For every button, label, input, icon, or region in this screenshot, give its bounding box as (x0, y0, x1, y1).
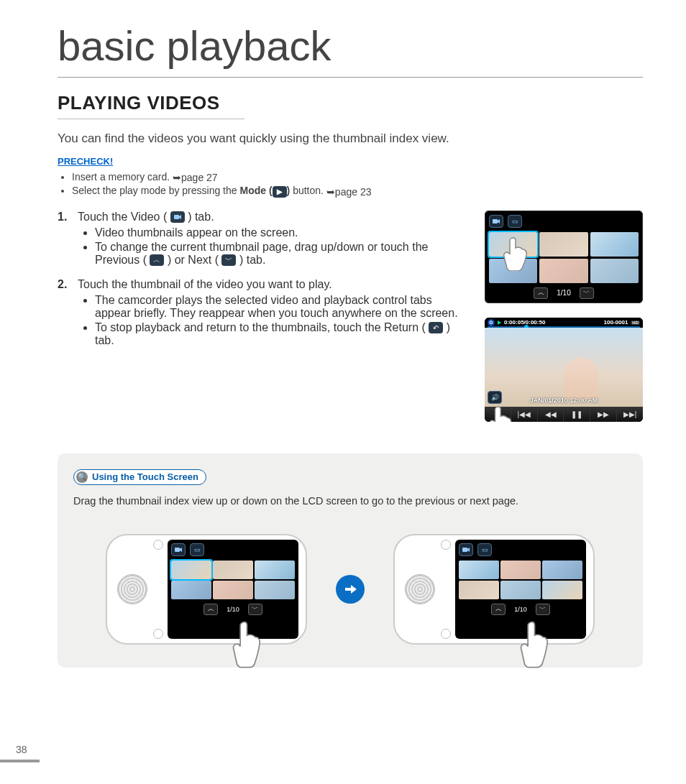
storage-icon: ⊙ (488, 319, 495, 326)
page-indicator: 1/10 (227, 606, 239, 613)
info-box: 🔍 Using the Touch Screen Drag the thumbn… (58, 453, 643, 668)
touch-hand-icon (232, 619, 267, 669)
previous-page-button[interactable]: ︿ (534, 287, 548, 299)
hardware-button (153, 629, 163, 639)
precheck-item: Select the play mode by pressing the Mod… (72, 185, 643, 197)
precheck-list: Insert a memory card. ➥page 27 Select th… (58, 171, 643, 198)
text: ) tab. (236, 254, 265, 266)
step-number: 2. (58, 278, 72, 349)
mode-label: Mode ( (239, 185, 272, 196)
device-figure-before: SAMSUNG ▭ ︿ (99, 521, 314, 658)
video-thumbnail[interactable] (500, 581, 541, 599)
step-text: Touch the thumbnail of the video you wan… (78, 278, 332, 290)
clip-number: 100-0001 (604, 319, 628, 326)
video-tab-icon[interactable] (171, 543, 186, 556)
info-text: Drag the thumbnail index view up or down… (73, 495, 627, 507)
video-thumbnail[interactable] (539, 259, 587, 283)
step-text: ) tab. (185, 211, 214, 223)
step-number: 1. (58, 211, 72, 268)
video-thumbnail[interactable] (489, 259, 537, 283)
video-thumbnail[interactable] (213, 561, 253, 579)
touch-hand-icon (520, 619, 554, 669)
photo-tab-icon[interactable]: ▭ (477, 543, 492, 556)
video-tab-icon[interactable] (459, 543, 473, 556)
video-thumbnail[interactable] (590, 232, 639, 257)
hardware-button (441, 540, 451, 550)
playback-screen-figure: ⊙ 0:00:05/0:00:50 100-0001 HD ▭ ⊞ 🔊 JAN/… (485, 318, 643, 422)
quality-icon: HD (631, 320, 640, 325)
video-thumbnail[interactable] (542, 561, 582, 579)
rewind-button[interactable]: ◀◀ (538, 407, 564, 422)
video-frame[interactable]: 🔊 JAN/01/2010 12:00 AM (485, 328, 643, 407)
text: ) or Next ( (164, 254, 221, 266)
video-thumbnail[interactable] (213, 581, 253, 599)
page-ref: ➥page 23 (326, 186, 372, 198)
steps: 1. Touch the Video ( ) tab. Video thumbn… (58, 211, 470, 359)
svg-rect-2 (175, 548, 180, 552)
photo-tab-icon[interactable]: ▭ (190, 543, 204, 556)
device-figure-after: SAMSUNG ▭ ︿ (386, 521, 602, 658)
next-page-button[interactable]: ﹀ (536, 604, 550, 615)
rule (0, 760, 40, 762)
hardware-button (441, 629, 451, 639)
video-thumbnail[interactable] (459, 581, 499, 599)
next-clip-button[interactable]: ▶▶| (617, 407, 643, 422)
video-thumbnail[interactable] (255, 561, 295, 579)
text: Select the play mode by pressing the (72, 185, 239, 196)
video-thumbnail[interactable] (539, 232, 587, 257)
page-indicator: 1/10 (557, 289, 570, 297)
text: button. (293, 185, 326, 196)
intro-text: You can find the videos you want quickly… (58, 132, 643, 146)
precheck-label: PRECHECK! (58, 156, 643, 167)
pause-button[interactable]: ❚❚ (564, 407, 590, 422)
precheck-item: Insert a memory card. ➥page 27 (72, 171, 643, 183)
return-icon: ↶ (429, 322, 443, 333)
page-indicator: 1/10 (514, 606, 527, 613)
next-icon: ﹀ (221, 254, 236, 266)
bullet: Video thumbnails appear on the screen. (95, 226, 470, 239)
lens-icon (117, 574, 147, 604)
svg-rect-3 (462, 548, 467, 552)
playing-icon (498, 320, 501, 325)
hardware-button (153, 540, 163, 550)
rule (58, 77, 643, 78)
text: To stop playback and return to the thumb… (95, 321, 429, 333)
section-title: PLAYING VIDEOS (58, 92, 643, 114)
svg-rect-1 (493, 219, 498, 223)
rule (58, 119, 244, 119)
previous-icon: ︿ (150, 254, 164, 266)
next-page-button[interactable]: ﹀ (248, 604, 262, 615)
step: 1. Touch the Video ( ) tab. Video thumbn… (58, 211, 470, 268)
magnifier-icon: 🔍 (76, 471, 88, 483)
page-number: 38 (16, 744, 27, 755)
info-pill: 🔍 Using the Touch Screen (73, 469, 206, 485)
video-thumbnail[interactable] (590, 259, 639, 283)
bullet: To change the current thumbnail page, dr… (95, 241, 470, 267)
thumbnail-screen-figure: ▭ ︿ 1/10 ﹀ (485, 211, 643, 303)
touch-hand-icon (489, 403, 516, 422)
play-mode-icon: ▶ (273, 186, 287, 198)
page-ref: ➥page 27 (173, 172, 218, 183)
video-thumbnail[interactable] (500, 561, 541, 579)
text: Insert a memory card. (72, 171, 173, 183)
forward-button[interactable]: ▶▶ (590, 407, 617, 422)
video-thumbnail[interactable] (171, 581, 211, 599)
video-thumbnail[interactable] (542, 581, 582, 599)
lens-icon (405, 574, 435, 604)
video-thumbnail[interactable] (255, 581, 295, 599)
step-text: Touch the Video ( (78, 211, 170, 223)
video-thumbnail[interactable] (171, 561, 211, 579)
video-tab-icon (170, 211, 185, 223)
arrow-right-icon (336, 575, 365, 604)
info-title: Using the Touch Screen (92, 471, 198, 482)
video-thumbnail[interactable] (489, 232, 537, 257)
bullet: To stop playback and return to the thumb… (95, 321, 470, 347)
svg-rect-0 (174, 215, 179, 219)
step: 2. Touch the thumbnail of the video you … (58, 278, 470, 349)
video-thumbnail[interactable] (459, 561, 499, 579)
previous-page-button[interactable]: ︿ (491, 604, 506, 615)
video-tab-icon[interactable] (489, 215, 503, 228)
next-page-button[interactable]: ﹀ (580, 287, 594, 299)
photo-tab-icon[interactable]: ▭ (508, 215, 522, 228)
previous-page-button[interactable]: ︿ (203, 604, 218, 615)
